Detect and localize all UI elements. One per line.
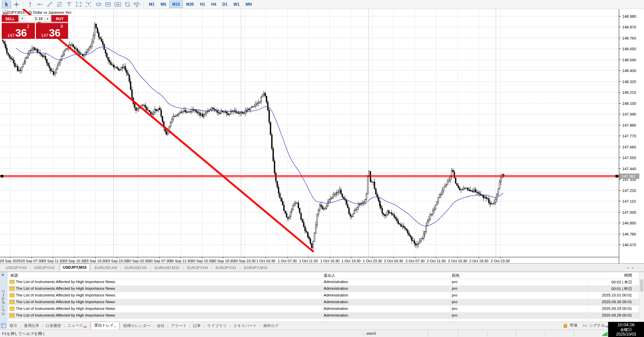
- rectangle-icon: [76, 1, 82, 7]
- crosshair-icon: [13, 1, 19, 7]
- column-header-time[interactable]: 時間: [624, 273, 632, 278]
- bottom-tab-2[interactable]: 運用比率: [21, 323, 42, 329]
- lot-value[interactable]: 0.18: [25, 15, 44, 22]
- account-name: atari3: [366, 331, 376, 335]
- top-toolbar: OK M1M5M15M30H1H4D1W1MN: [0, 0, 644, 9]
- timeframe-mn[interactable]: MN: [243, 1, 255, 8]
- bottom-tab-7[interactable]: 会社: [154, 323, 167, 329]
- price-label-tool-button[interactable]: [94, 1, 103, 8]
- scrollbar-thumb[interactable]: [640, 279, 643, 291]
- lot-increase-button[interactable]: ▲: [44, 15, 50, 22]
- svg-text:1 Oct 19:30: 1 Oct 19:30: [341, 259, 361, 263]
- chart-tab-eurjpy-h4[interactable]: EURJPY,H4: [184, 264, 211, 271]
- timeframe-h1[interactable]: H1: [197, 1, 208, 8]
- mail-row[interactable]: The List of Instruments Affected by High…: [7, 312, 639, 319]
- cursor-tool-button[interactable]: [2, 1, 11, 8]
- mail-row[interactable]: The List of Instruments Affected by High…: [7, 306, 639, 312]
- svg-text:146.780: 146.780: [622, 232, 636, 236]
- sell-button[interactable]: SELL: [2, 15, 18, 22]
- market-button[interactable]: 市場: [570, 323, 577, 328]
- mail-row[interactable]: The List of Instruments Affected by High…: [7, 285, 639, 292]
- timeframe-m1[interactable]: M1: [146, 1, 157, 8]
- column-header-to[interactable]: 宛先: [452, 273, 460, 278]
- mail-title: The List of Instruments Affected by High…: [16, 300, 115, 304]
- mail-row[interactable]: The List of Instruments Affected by High…: [7, 292, 639, 299]
- status-divider: [487, 331, 488, 336]
- mail-list-scrollbar[interactable]: [639, 272, 644, 322]
- chart-plot[interactable]: USDJPY,M15: US Dollar vs Japanese Yen SE…: [0, 9, 644, 263]
- price-label-icon: [95, 1, 101, 7]
- text-label-tool-button[interactable]: [84, 1, 93, 8]
- signals-button[interactable]: シグナル: [589, 323, 605, 328]
- ellipse-tool-button[interactable]: [123, 1, 132, 8]
- bottom-tab-4[interactable]: ニュース99: [65, 322, 90, 329]
- bottom-tab-1[interactable]: 取引: [7, 323, 20, 329]
- mail-row[interactable]: The List of Instruments Affected by High…: [7, 279, 639, 285]
- column-header-title[interactable]: 表題: [10, 273, 18, 278]
- market-bag-icon: [563, 323, 568, 328]
- tab-scroll-arrows[interactable]: ◂▸: [627, 266, 638, 269]
- chart-tab-eurusd-m15[interactable]: EURUSD,M15: [152, 264, 182, 271]
- mail-to: pro: [452, 313, 458, 317]
- timeframe-m15[interactable]: M15: [169, 1, 182, 8]
- horizontal-line-tool-button[interactable]: [35, 1, 44, 8]
- chart-tab-eurjpy-m15[interactable]: EURJPY,M15: [241, 264, 270, 271]
- chart-tab-usdjpy-h4[interactable]: USDJPY,H4: [3, 264, 30, 271]
- bottom-tab-11[interactable]: エキスパート: [230, 323, 259, 329]
- shapes-icon: [133, 1, 141, 7]
- bottom-tab-10[interactable]: ライブラリ: [205, 323, 230, 329]
- buy-price-point: 9: [60, 24, 63, 28]
- sell-price-button[interactable]: 147 36 2: [2, 23, 35, 39]
- svg-text:148.320: 148.320: [622, 80, 636, 84]
- chart-tab-usdjpy-h1[interactable]: USDJPY,H1: [31, 264, 58, 271]
- timeframe-m30[interactable]: M30: [183, 1, 197, 8]
- lot-decrease-button[interactable]: ▼: [19, 15, 25, 22]
- bottom-tab-6[interactable]: 指標カレンダー: [120, 323, 153, 329]
- crosshair-tool-button[interactable]: [12, 1, 21, 8]
- tab-badge: 99: [84, 325, 87, 329]
- chart-tab-eurusd-h4[interactable]: EURUSD,H4: [92, 264, 120, 271]
- timeframe-h4[interactable]: H4: [208, 1, 219, 8]
- one-click-trading-panel: SELL ▼ 0.18 ▲ BUY 147 36 2 147 36 9: [2, 15, 68, 39]
- buy-price-button[interactable]: 147 36 9: [36, 23, 68, 39]
- bottom-tab-12[interactable]: 操作ログ: [261, 323, 282, 329]
- mail-time: 2025.10.01 00:01: [602, 293, 632, 297]
- bottom-tab-5[interactable]: 受信トレイ7: [91, 322, 119, 330]
- shapes-tool-button[interactable]: [132, 1, 142, 8]
- chart-tab-usdjpy-m15[interactable]: USDJPY,M15: [60, 264, 90, 271]
- mail-from: Administration: [324, 307, 348, 311]
- connection-bars-icon: [602, 332, 607, 336]
- envelope-icon: [10, 300, 14, 305]
- equidistant-channel-tool-button[interactable]: [55, 1, 64, 8]
- svg-text:29 Sep 15:30: 29 Sep 15:30: [63, 259, 85, 263]
- timeframe-d1[interactable]: D1: [220, 1, 230, 8]
- timeframe-m5[interactable]: M5: [158, 1, 169, 8]
- buy-button[interactable]: BUY: [51, 15, 68, 22]
- chart-title-text: USDJPY,M15: US Dollar vs Japanese Yen: [2, 10, 71, 14]
- chart-object-tool-button[interactable]: [103, 1, 112, 8]
- button-object-tool-button[interactable]: OK: [113, 1, 122, 8]
- bottom-tab-8[interactable]: アラート: [168, 323, 190, 329]
- mail-time: 00:02 | 本日: [611, 280, 632, 285]
- svg-text:30 Sep 07:30: 30 Sep 07:30: [149, 259, 170, 263]
- bottom-tab-9[interactable]: 記事: [191, 323, 204, 329]
- bottom-tab-3[interactable]: 口座履歴: [43, 323, 64, 329]
- chart-tab-eurusd-h1[interactable]: EURUSD,H1: [121, 264, 150, 271]
- mail-row[interactable]: The List of Instruments Affected by High…: [7, 299, 639, 306]
- svg-text:148.650: 148.650: [622, 47, 636, 51]
- trendline-tool-button[interactable]: [45, 1, 54, 8]
- timeframe-w1[interactable]: W1: [231, 1, 242, 8]
- toolbox-side-strip: × ツールボックス: [0, 272, 7, 330]
- toolbox-close-button[interactable]: ×: [2, 273, 4, 277]
- chart-tab-eurjpy-h1[interactable]: EURJPY,H1: [213, 264, 239, 271]
- mail-time: 2025.09.30 00:01: [602, 300, 632, 304]
- svg-text:1 Oct 23:30: 1 Oct 23:30: [363, 259, 382, 263]
- rectangle-tool-button[interactable]: [74, 1, 83, 8]
- help-hint-text: F1を押してヘルプを開く: [2, 331, 46, 336]
- column-header-from[interactable]: 差出人: [324, 273, 335, 278]
- text-tool-button[interactable]: [64, 1, 73, 8]
- clock-time: 10:04:26: [608, 323, 644, 327]
- chart-tab-bar: USDJPY,H4|USDJPY,H1|USDJPY,M15|EURUSD,H4…: [0, 263, 644, 272]
- svg-text:1 Oct 07:30: 1 Oct 07:30: [278, 259, 297, 263]
- vertical-line-tool-button[interactable]: [25, 1, 35, 8]
